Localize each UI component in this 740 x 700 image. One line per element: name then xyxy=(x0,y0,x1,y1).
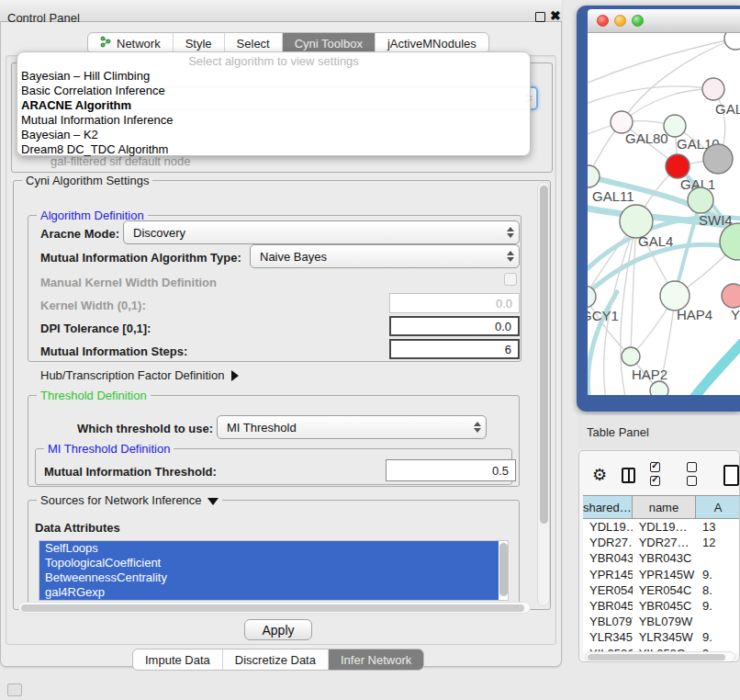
dpi-tolerance-label: DPI Tolerance [0,1]: xyxy=(40,322,151,335)
network-node[interactable] xyxy=(588,165,600,187)
tab-infer-network[interactable]: Infer Network xyxy=(329,649,423,670)
column-header-shared-name[interactable]: shared… xyxy=(583,496,633,518)
tab-jactivemnodules[interactable]: jActiveMNodules xyxy=(376,33,488,53)
table-row[interactable]: YBR045CYBR045C9. xyxy=(583,598,740,614)
tab-network[interactable]: Network xyxy=(88,33,174,53)
network-node[interactable] xyxy=(702,78,724,100)
network-node[interactable] xyxy=(703,144,733,174)
attribute-list-item[interactable]: SelfLoops xyxy=(39,541,499,556)
network-edge[interactable] xyxy=(589,176,740,237)
dropdown-item[interactable]: Basic Correlation Inference xyxy=(17,84,530,98)
tab-select[interactable]: Select xyxy=(225,33,283,53)
tab-style[interactable]: Style xyxy=(174,33,225,53)
table-row[interactable]: YDR27…YDR27…12 xyxy=(583,535,740,550)
network-node[interactable] xyxy=(650,381,668,395)
threshold-definition-title: Threshold Definition xyxy=(37,389,151,402)
table-cell: YBR045C xyxy=(633,598,696,614)
table-horizontal-scrollbar[interactable] xyxy=(585,651,735,662)
aracne-mode-combo[interactable]: Discovery xyxy=(123,220,520,244)
table-row[interactable]: YLR345WYLR345W9. xyxy=(583,629,740,645)
expand-arrow-icon xyxy=(231,370,239,381)
select-all-checkboxes-icon[interactable] xyxy=(650,461,672,489)
manual-kernel-width-label: Manual Kernel Width Definition xyxy=(40,276,217,289)
network-edge[interactable] xyxy=(588,176,589,297)
mi-algorithm-type-value: Naive Bayes xyxy=(251,250,502,264)
table-cell: YDL19… xyxy=(583,519,633,535)
table-row[interactable]: YPR145WYPR145W9. xyxy=(583,567,740,582)
table-row[interactable]: YBR043CYBR043C xyxy=(583,550,740,566)
control-panel-titlebar xyxy=(0,0,562,22)
kernel-width-field[interactable]: 0.0 xyxy=(389,293,520,313)
close-traffic-light-icon[interactable] xyxy=(597,15,609,27)
table-cell: YBL079W xyxy=(583,614,633,629)
tab-impute-data[interactable]: Impute Data xyxy=(133,649,223,670)
mi-steps-field[interactable]: 6 xyxy=(389,339,520,359)
network-canvas[interactable]: GALGAL80GAL10GAL1GAL11SWI4GAL4GCY1HAP4YH… xyxy=(588,33,740,395)
table-cell: 8. xyxy=(696,582,740,598)
horizontal-scrollbar-thumb[interactable] xyxy=(21,604,524,612)
network-tab-icon xyxy=(100,36,112,51)
column-header-clipped[interactable]: A xyxy=(696,496,740,518)
network-node[interactable] xyxy=(720,223,740,260)
algorithm-dropdown-list: Bayesian – Hill ClimbingBasic Correlatio… xyxy=(17,69,530,157)
mi-algorithm-type-combo[interactable]: Naive Bayes xyxy=(250,244,520,268)
network-window-titlebar[interactable] xyxy=(588,9,740,33)
deselect-all-checkboxes-icon[interactable] xyxy=(687,461,709,489)
cyni-bottom-tabs: Impute Data Discretize Data Infer Networ… xyxy=(132,649,424,671)
gear-icon[interactable]: ⚙ xyxy=(592,467,607,483)
dock-handle-icon[interactable] xyxy=(7,683,22,696)
table-row[interactable]: YER054CYER054C8. xyxy=(583,582,740,598)
dropdown-item[interactable]: Dream8 DC_TDC Algorithm xyxy=(17,142,530,157)
control-panel-title: Control Panel xyxy=(7,11,80,25)
dropdown-item[interactable]: Mutual Information Inference xyxy=(17,113,530,128)
dropdown-item[interactable]: ARACNE Algorithm xyxy=(17,98,530,113)
network-node[interactable] xyxy=(724,33,740,50)
attribute-list-item[interactable]: TopologicalCoefficient xyxy=(39,556,499,570)
minimize-traffic-light-icon[interactable] xyxy=(614,15,626,27)
network-node[interactable] xyxy=(666,154,690,178)
dpi-tolerance-field[interactable]: 0.0 xyxy=(389,316,520,336)
mi-steps-label: Mutual Information Steps: xyxy=(40,344,187,358)
manual-kernel-width-checkbox[interactable] xyxy=(504,273,517,286)
which-threshold-combo[interactable]: MI Threshold xyxy=(217,415,487,439)
network-view-window: GALGAL80GAL10GAL1GAL11SWI4GAL4GCY1HAP4YH… xyxy=(577,6,740,412)
dropdown-item[interactable]: Bayesian – Hill Climbing xyxy=(17,69,530,84)
tab-cyni-toolbox[interactable]: Cyni Toolbox xyxy=(283,33,376,53)
attr-list-scrollbar-thumb[interactable] xyxy=(499,543,508,596)
settings-scrollbar-thumb[interactable] xyxy=(540,186,548,524)
network-edge[interactable] xyxy=(631,221,636,356)
dropdown-item[interactable]: Bayesian – K2 xyxy=(17,128,530,142)
attribute-list-item[interactable]: BetweennessCentrality xyxy=(39,570,499,585)
mi-threshold-group-title: MI Threshold Definition xyxy=(44,442,174,456)
close-icon[interactable]: ✖ xyxy=(550,8,561,23)
network-node[interactable] xyxy=(722,284,740,308)
network-node-label: HAP2 xyxy=(632,367,667,382)
settings-horizontal-scrollbar[interactable] xyxy=(18,602,531,614)
network-node[interactable] xyxy=(664,115,686,137)
table-cell: YPR145W xyxy=(633,567,696,582)
table-row[interactable]: YDL19…YDL19…13 xyxy=(583,519,740,535)
settings-vertical-scrollbar[interactable] xyxy=(537,182,550,606)
network-edge[interactable] xyxy=(681,344,740,395)
attribute-list-item[interactable]: gal4RGexp xyxy=(39,585,499,600)
new-table-icon[interactable] xyxy=(723,465,739,486)
hub-definition-label: Hub/Transcription Factor Definition xyxy=(40,368,224,382)
network-node-label: GCY1 xyxy=(588,308,619,323)
table-cell: YPR145W xyxy=(583,567,633,582)
data-attributes-list[interactable]: SelfLoopsTopologicalCoefficientBetweenne… xyxy=(39,540,509,601)
mi-threshold-field[interactable]: 0.5 xyxy=(386,459,516,481)
apply-button[interactable]: Apply xyxy=(244,619,312,640)
tab-discretize-data[interactable]: Discretize Data xyxy=(223,649,329,670)
combo-arrows-icon xyxy=(502,251,519,262)
table-row[interactable]: YBL079WYBL079W xyxy=(583,614,740,629)
network-node[interactable] xyxy=(622,347,640,366)
network-node[interactable] xyxy=(688,187,713,213)
hub-definition-toggle[interactable]: Hub/Transcription Factor Definition xyxy=(40,368,239,382)
table-cell: YDL19… xyxy=(633,519,696,535)
column-header-name[interactable]: name xyxy=(633,496,697,518)
zoom-traffic-light-icon[interactable] xyxy=(632,15,644,27)
float-window-icon[interactable] xyxy=(535,12,545,22)
node-table: shared… name A YDL19…YDL19…13YDR27…YDR27… xyxy=(583,495,740,653)
table-scrollbar-thumb[interactable] xyxy=(588,654,725,660)
columns-icon[interactable] xyxy=(622,468,635,483)
